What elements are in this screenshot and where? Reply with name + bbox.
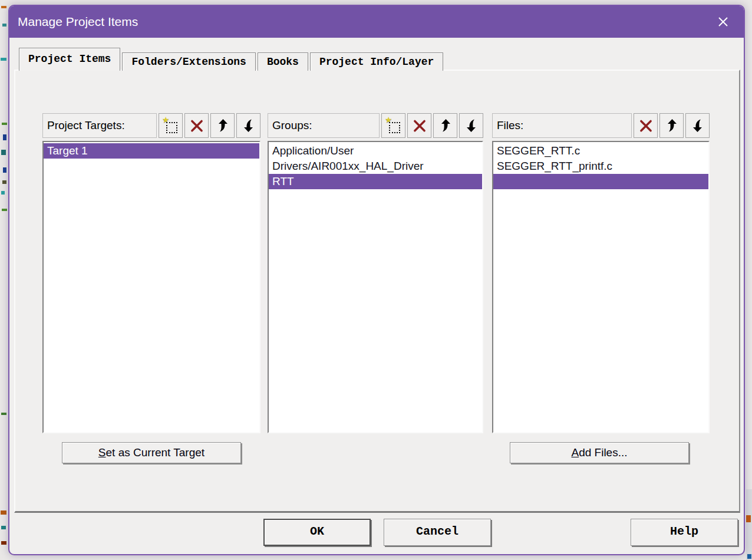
tab-strip: Project ItemsFolders/ExtensionsBooksProj… [19,48,445,71]
ok-button[interactable]: OK [263,519,371,546]
close-button[interactable] [714,13,732,31]
files-list[interactable]: SEGGER_RTT.cSEGGER_RTT_printf.c [492,141,710,433]
background-code-fragment [746,515,751,522]
manage-project-items-dialog: Manage Project Items Project ItemsFolder… [8,5,745,555]
delete-group-button[interactable] [407,113,431,138]
tab-folders-extensions[interactable]: Folders/Extensions [122,52,255,71]
groups-label: Groups: [268,113,380,138]
groups-list[interactable]: Application/UserDrivers/AIR001xx_HAL_Dri… [268,141,483,433]
project-targets-label: Project Targets: [42,113,157,138]
move-group-down-button[interactable] [459,113,483,138]
new-group-button[interactable]: ★ [381,113,405,138]
background-code-fragment [1,58,6,61]
move-up-icon [216,118,230,133]
tab-project-items[interactable]: Project Items [19,48,120,71]
delete-icon [638,118,654,133]
background-code-fragment [1,510,6,515]
delete-target-button[interactable] [184,113,209,138]
group-item-rtt[interactable]: RTT [269,174,482,189]
file-item-2[interactable] [493,174,708,189]
dotted-box-glyph [389,122,400,133]
dialog-titlebar[interactable]: Manage Project Items [9,6,744,38]
delete-icon [189,118,205,133]
group-item-drivers-air001xx-hal-driver[interactable]: Drivers/AIR001xx_HAL_Driver [269,159,482,174]
target-item-target-1[interactable]: Target 1 [44,143,259,159]
tab-project-info-layer[interactable]: Project Info/Layer [310,52,443,71]
new-item-icon: ★ [386,118,401,133]
move-group-up-button[interactable] [433,113,457,138]
move-down-icon [464,118,479,133]
file-item-segger-rtt-printf-c[interactable]: SEGGER_RTT_printf.c [493,159,708,174]
delete-icon [412,118,427,133]
files-label: Files: [492,113,632,138]
background-code-fragment [2,123,7,125]
move-file-down-button[interactable] [685,113,710,138]
background-code-fragment [746,489,752,560]
project-targets-list[interactable]: Target 1 [42,141,260,433]
tab-books[interactable]: Books [258,52,308,71]
new-item-icon: ★ [163,118,178,133]
groups-header: Groups: ★ [268,113,483,138]
cancel-button[interactable]: Cancel [384,519,491,546]
background-code-fragment [2,24,6,27]
background-code-fragment [2,209,7,211]
files-header: Files: [492,113,710,138]
close-icon [715,14,731,29]
background-code-fragment [1,150,6,155]
background-code-fragment [747,554,751,559]
project-targets-header: Project Targets: ★ [42,113,260,138]
background-code-fragment [1,191,5,195]
move-down-icon [242,118,256,133]
tab-panel-project-items: Project Targets: ★ Target 1 Groups: ★ [14,70,740,513]
background-code-fragment [1,526,6,529]
dotted-box-glyph [166,122,177,133]
move-up-icon [438,118,453,133]
move-file-up-button[interactable] [659,113,684,138]
move-target-up-button[interactable] [210,113,235,138]
move-target-down-button[interactable] [236,113,260,138]
new-target-button[interactable]: ★ [159,113,183,138]
background-code-fragment [1,413,6,415]
move-up-icon [665,118,679,133]
move-down-icon [691,118,705,133]
dialog-title: Manage Project Items [18,6,138,38]
delete-file-button[interactable] [634,113,658,138]
background-code-fragment [1,6,6,8]
file-item-segger-rtt-c[interactable]: SEGGER_RTT.c [493,143,708,159]
set-as-current-target-button[interactable]: Set as Current Target [62,442,241,463]
background-code-fragment [3,134,6,140]
group-item-application-user[interactable]: Application/User [269,143,482,159]
help-button[interactable]: Help [631,519,738,546]
background-code-fragment [3,167,6,173]
background-code-fragment [1,541,6,545]
background-code-fragment [2,180,6,184]
add-files-button[interactable]: Add Files... [510,442,689,463]
